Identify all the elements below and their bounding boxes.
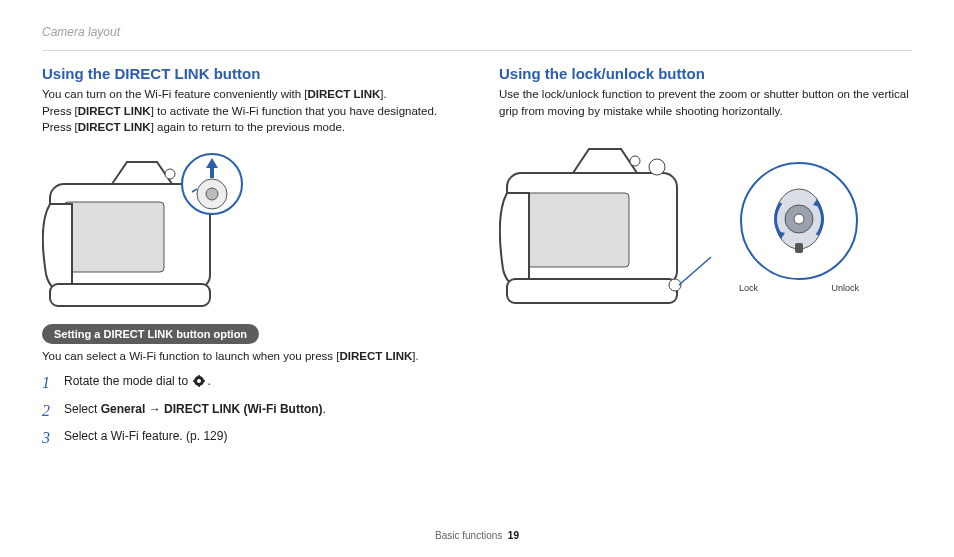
text-fragment: You can turn on the Wi-Fi feature conven… (42, 88, 308, 100)
pill-subtext: You can select a Wi-Fi function to launc… (42, 348, 455, 365)
text-fragment: . (323, 402, 326, 416)
page-header: Camera layout (42, 22, 912, 51)
arrow-right-icon: → (145, 402, 164, 416)
figure-camera-direct-link (42, 144, 455, 314)
text-fragment: ]. (412, 350, 418, 362)
lock-callout-circle-icon (729, 161, 869, 301)
text-fragment: Select (64, 402, 101, 416)
direct-link-key-label: DIRECT LINK (339, 350, 412, 362)
text-fragment: Select a Wi-Fi feature. (p. 129) (64, 429, 227, 443)
text-fragment: ]. (380, 88, 386, 100)
camera-illustration-icon (42, 144, 252, 314)
svg-point-18 (649, 159, 665, 175)
svg-point-8 (206, 188, 218, 200)
step-2: Select General → DIRECT LINK (Wi-Fi Butt… (42, 401, 455, 418)
lock-label: Lock (739, 283, 758, 293)
camera-illustration-icon (499, 127, 719, 327)
page-footer: Basic functions 19 (0, 530, 954, 541)
step-3: Select a Wi-Fi feature. (p. 129) (42, 428, 455, 445)
svg-rect-2 (50, 284, 210, 306)
menu-general-label: General (101, 402, 146, 416)
header-section-label: Camera layout (42, 25, 120, 39)
svg-rect-11 (199, 375, 201, 377)
direct-link-key-label: DIRECT LINK (78, 121, 151, 133)
svg-point-4 (165, 169, 175, 179)
svg-rect-17 (507, 279, 677, 303)
right-column: Using the lock/unlock button Use the loc… (499, 65, 912, 455)
text-fragment: Press [ (42, 105, 78, 117)
svg-point-25 (794, 214, 804, 224)
unlock-label: Unlock (831, 283, 859, 293)
left-column: Using the DIRECT LINK button You can tur… (42, 65, 455, 455)
gear-icon (193, 375, 205, 392)
menu-direct-link-label: DIRECT LINK (Wi-Fi Button) (164, 402, 323, 416)
heading-direct-link: Using the DIRECT LINK button (42, 65, 455, 82)
text-fragment: ] again to return to the previous mode. (151, 121, 345, 133)
heading-lock-unlock: Using the lock/unlock button (499, 65, 912, 82)
svg-rect-1 (64, 202, 164, 272)
figure-camera-lock-unlock: Lock Unlock (499, 127, 912, 327)
pill-setting-option: Setting a DIRECT LINK button option (42, 324, 259, 344)
svg-rect-14 (204, 380, 206, 382)
svg-rect-26 (795, 243, 803, 253)
svg-point-19 (630, 156, 640, 166)
direct-link-key-label: DIRECT LINK (78, 105, 151, 117)
svg-line-21 (679, 257, 711, 285)
text-fragment: Rotate the mode dial to (64, 374, 191, 388)
direct-link-key-label: DIRECT LINK (308, 88, 381, 100)
steps-list: Rotate the mode dial to . Select General… (42, 373, 455, 445)
footer-chapter: Basic functions (435, 530, 502, 541)
lock-callout: Lock Unlock (729, 161, 869, 293)
svg-rect-16 (523, 193, 629, 267)
step-1: Rotate the mode dial to . (42, 373, 455, 392)
footer-page-number: 19 (508, 530, 519, 541)
text-fragment: You can select a Wi-Fi function to launc… (42, 350, 339, 362)
lock-unlock-intro: Use the lock/unlock function to prevent … (499, 86, 912, 119)
svg-rect-12 (199, 385, 201, 387)
svg-point-10 (197, 379, 201, 383)
text-fragment: . (207, 374, 210, 388)
direct-link-intro: You can turn on the Wi-Fi feature conven… (42, 86, 455, 136)
svg-rect-13 (193, 380, 195, 382)
